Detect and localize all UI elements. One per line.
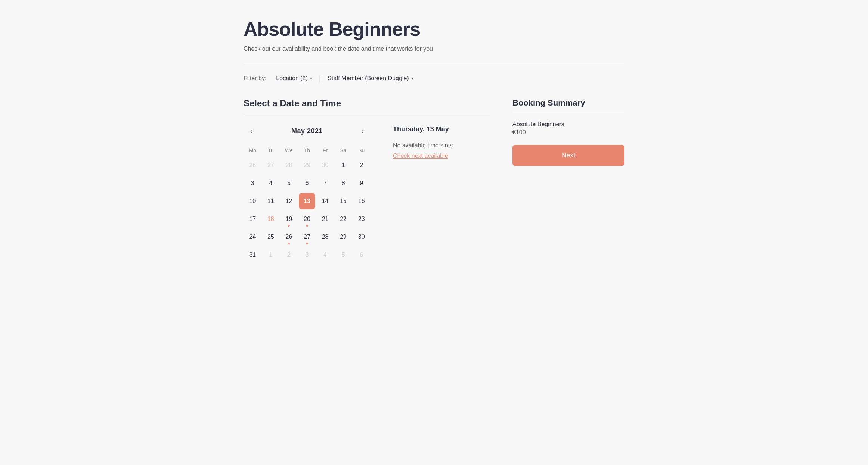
day-header-su: Su [352, 144, 371, 156]
cal-day: 5 [335, 247, 351, 263]
selected-date-label: Thursday, 13 May [393, 125, 490, 133]
date-time-section-title: Select a Date and Time [244, 98, 490, 109]
cal-day[interactable]: 23 [353, 211, 370, 227]
day-header-sa: Sa [334, 144, 353, 156]
main-content: Select a Date and Time ‹ May 2021 › Mo T… [244, 98, 624, 264]
cal-day[interactable]: 24 [244, 229, 261, 245]
cal-day[interactable]: 3 [244, 175, 261, 191]
cal-day[interactable]: 4 [263, 175, 279, 191]
cal-day[interactable]: 17 [244, 211, 261, 227]
day-header-fr: Fr [316, 144, 334, 156]
filter-by-label: Filter by: [244, 75, 266, 82]
location-filter[interactable]: Location (2) ▾ [273, 74, 315, 83]
booking-price: €100 [512, 129, 624, 136]
cal-day[interactable]: 28 [317, 229, 334, 245]
cal-day[interactable]: 2 [353, 157, 370, 174]
cal-day: 2 [280, 247, 297, 263]
booking-summary-divider [512, 113, 624, 113]
header-divider [244, 63, 624, 63]
cal-day[interactable]: 22 [335, 211, 351, 227]
cal-day[interactable]: 18 [263, 211, 279, 227]
day-header-tu: Tu [262, 144, 280, 156]
chevron-down-icon-staff: ▾ [411, 76, 413, 81]
cal-day[interactable]: 6 [299, 175, 315, 191]
booking-summary-panel: Booking Summary Absolute Beginners €100 … [512, 98, 624, 166]
cal-day[interactable]: 7 [317, 175, 334, 191]
next-button[interactable]: Next [512, 145, 624, 166]
cal-day: 30 [317, 157, 334, 174]
next-month-button[interactable]: › [357, 125, 368, 137]
page-wrapper: Absolute Beginners Check out our availab… [229, 0, 639, 286]
left-panel: Select a Date and Time ‹ May 2021 › Mo T… [244, 98, 490, 264]
cal-day[interactable]: 15 [335, 193, 351, 209]
cal-day[interactable]: 21 [317, 211, 334, 227]
cal-day[interactable]: 29 [335, 229, 351, 245]
staff-filter-label: Staff Member (Boreen Duggle) [328, 75, 409, 82]
cal-day[interactable]: 25 [263, 229, 279, 245]
cal-day[interactable]: 26 [280, 229, 297, 245]
slots-panel: Thursday, 13 May No available time slots… [393, 125, 490, 159]
filter-row: Filter by: Location (2) ▾ | Staff Member… [244, 74, 624, 83]
filter-separator: | [319, 74, 321, 83]
cal-day: 3 [299, 247, 315, 263]
cal-day: 4 [317, 247, 334, 263]
cal-day[interactable]: 16 [353, 193, 370, 209]
no-slots-text: No available time slots [393, 142, 490, 149]
cal-day: 1 [263, 247, 279, 263]
prev-month-button[interactable]: ‹ [247, 125, 257, 137]
cal-day[interactable]: 1 [335, 157, 351, 174]
booking-summary-title: Booking Summary [512, 98, 624, 108]
cal-day[interactable]: 5 [280, 175, 297, 191]
cal-day[interactable]: 27 [299, 229, 315, 245]
day-header-th: Th [298, 144, 316, 156]
cal-day[interactable]: 30 [353, 229, 370, 245]
cal-day[interactable]: 14 [317, 193, 334, 209]
calendar-and-slots: ‹ May 2021 › Mo Tu We Th Fr Sa [244, 125, 490, 264]
location-filter-label: Location (2) [276, 75, 308, 82]
cal-day: 26 [244, 157, 261, 174]
calendar: ‹ May 2021 › Mo Tu We Th Fr Sa [244, 125, 371, 264]
calendar-month-year: May 2021 [291, 127, 323, 135]
calendar-grid: Mo Tu We Th Fr Sa Su 26 27 28 29 30 1 [244, 144, 371, 264]
cal-day[interactable]: 9 [353, 175, 370, 191]
cal-day: 28 [280, 157, 297, 174]
cal-day[interactable]: 10 [244, 193, 261, 209]
booking-service-name: Absolute Beginners [512, 121, 624, 128]
chevron-down-icon: ▾ [310, 76, 312, 81]
cal-day[interactable]: 31 [244, 247, 261, 263]
cal-day[interactable]: 8 [335, 175, 351, 191]
staff-filter[interactable]: Staff Member (Boreen Duggle) ▾ [325, 74, 416, 83]
cal-day-selected[interactable]: 13 [299, 193, 315, 209]
day-header-we: We [280, 144, 298, 156]
calendar-header: ‹ May 2021 › [244, 125, 371, 137]
cal-day[interactable]: 12 [280, 193, 297, 209]
cal-day[interactable]: 19 [280, 211, 297, 227]
day-header-mo: Mo [244, 144, 262, 156]
page-subtitle: Check out our availability and book the … [244, 46, 624, 52]
cal-day[interactable]: 20 [299, 211, 315, 227]
section-divider [244, 115, 490, 115]
cal-day[interactable]: 11 [263, 193, 279, 209]
cal-day: 29 [299, 157, 315, 174]
page-title: Absolute Beginners [244, 18, 624, 40]
cal-day: 27 [263, 157, 279, 174]
check-next-available-link[interactable]: Check next available [393, 153, 448, 159]
cal-day: 6 [353, 247, 370, 263]
